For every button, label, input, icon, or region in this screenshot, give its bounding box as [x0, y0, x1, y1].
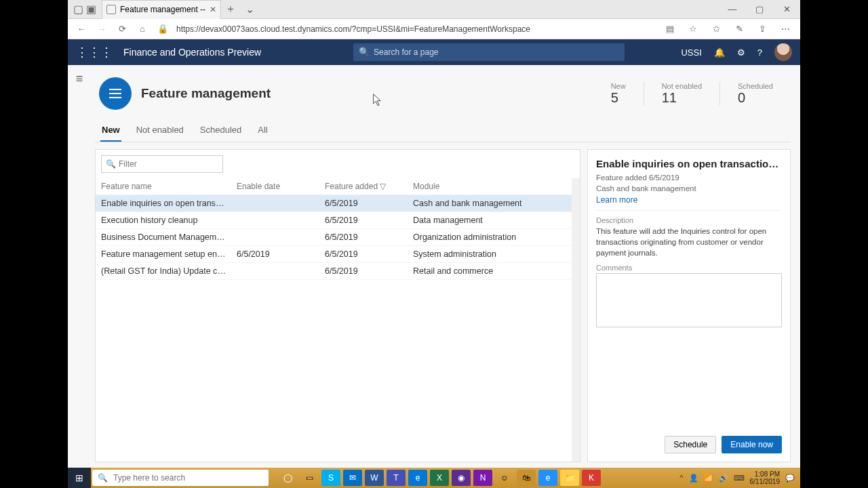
schedule-button[interactable]: Schedule [665, 436, 716, 453]
taskbar-search[interactable]: 🔍 Type here to search [92, 470, 269, 486]
stat-tile[interactable]: Not enabled11 [644, 82, 719, 106]
col-enable-date[interactable]: Enable date [231, 178, 319, 195]
enable-now-button[interactable]: Enable now [722, 436, 782, 453]
tray-ime-icon[interactable]: ⌨ [734, 474, 745, 483]
learn-more-link[interactable]: Learn more [596, 195, 782, 205]
tab-scheduled[interactable]: Scheduled [199, 119, 243, 142]
more-icon[interactable]: ⋯ [777, 24, 793, 34]
share-icon[interactable]: ⇪ [754, 24, 770, 34]
taskbar-emoji[interactable]: ☺ [495, 470, 514, 486]
bell-icon[interactable]: 🔔 [714, 47, 725, 58]
favorite-icon[interactable]: ☆ [685, 24, 701, 34]
cell-feature-name: (Retail GST for India) Update cre... [96, 263, 231, 279]
taskbar-onenote[interactable]: N [473, 470, 492, 486]
tray-chevron-icon[interactable]: ^ [679, 474, 683, 482]
tab-dropdown-icon[interactable]: ⌄ [240, 3, 259, 16]
favorites-list-icon[interactable]: ✩ [708, 24, 724, 34]
table-row[interactable]: (Retail GST for India) Update cre...6/5/… [96, 263, 580, 280]
col-feature-name[interactable]: Feature name [96, 178, 231, 195]
search-input[interactable] [353, 43, 625, 61]
taskbar-clock[interactable]: 1:08 PM 6/11/2019 [750, 470, 781, 485]
address-bar: ← → ⟳ ⌂ 🔒 https://devax00073aos.cloud.te… [68, 19, 800, 39]
maximize-button[interactable]: ▢ [746, 0, 773, 19]
taskbar-app[interactable]: K [582, 470, 601, 486]
tab-all[interactable]: All [256, 119, 269, 142]
cell-enable-date [231, 229, 319, 245]
cell-feature-added: 6/5/2019 [319, 263, 408, 279]
tab-group-icons[interactable]: ▢ ▣ [68, 3, 102, 16]
start-button[interactable]: ⊞ [68, 468, 91, 488]
table-row[interactable]: Execution history cleanup6/5/2019Data ma… [96, 212, 580, 229]
taskbar-photos[interactable]: ◉ [452, 470, 471, 486]
cell-module: Data management [408, 212, 580, 228]
cell-module: Organization administration [408, 229, 580, 245]
taskbar-excel[interactable]: X [430, 470, 449, 486]
table-row[interactable]: Enable inquiries on open transa...6/5/20… [96, 195, 580, 212]
waffle-icon[interactable]: ⋮⋮⋮ [76, 45, 113, 60]
col-module[interactable]: Module [408, 178, 580, 195]
search-icon: 🔍 [359, 47, 370, 57]
tab-not-enabled[interactable]: Not enabled [135, 119, 185, 142]
description-label: Description [596, 216, 782, 224]
tray-people-icon[interactable]: 👤 [689, 474, 698, 483]
cell-feature-added: 6/5/2019 [319, 229, 408, 245]
cell-module: System administration [408, 246, 580, 262]
cell-feature-name: Feature management setup enh... 🔒 [96, 246, 231, 262]
browser-tab[interactable]: Feature management -- ✕ [102, 0, 221, 19]
filter-icon: 🔍 [106, 159, 116, 169]
avatar[interactable] [774, 43, 792, 61]
grid-scrollbar[interactable] [572, 178, 580, 462]
close-window-button[interactable]: ✕ [773, 0, 800, 19]
taskbar-teams[interactable]: T [387, 470, 406, 486]
cell-module: Cash and bank management [408, 195, 580, 211]
taskbar-outlook[interactable]: ✉ [343, 470, 362, 486]
tray-volume-icon[interactable]: 🔊 [719, 474, 728, 483]
help-icon[interactable]: ? [757, 47, 762, 58]
cell-feature-added: 6/5/2019 [319, 212, 408, 228]
stat-value: 0 [738, 90, 773, 106]
cell-feature-name: Execution history cleanup [96, 212, 231, 228]
table-row[interactable]: Business Document Management6/5/2019Orga… [96, 229, 580, 246]
company-link[interactable]: USSI [681, 47, 701, 58]
description-text: This feature will add the Inquiries cont… [596, 226, 782, 258]
taskbar-word[interactable]: W [365, 470, 384, 486]
taskbar-skype[interactable]: S [321, 470, 340, 486]
feature-detail-panel: Enable inquiries on open transactions ..… [587, 149, 791, 462]
reader-icon[interactable]: ▤ [662, 24, 678, 34]
taskbar-ie[interactable]: e [538, 470, 557, 486]
gear-icon[interactable]: ⚙ [737, 47, 745, 58]
filter-input[interactable] [119, 159, 218, 169]
page-icon [99, 77, 132, 110]
hamburger-icon[interactable]: ≡ [68, 65, 91, 468]
home-button[interactable]: ⌂ [136, 24, 149, 34]
forward-button[interactable]: → [95, 24, 108, 34]
minimize-button[interactable]: — [719, 0, 746, 19]
tray-network-icon[interactable]: 📶 [704, 474, 713, 483]
comments-textarea[interactable] [596, 273, 782, 327]
back-button[interactable]: ← [75, 24, 88, 34]
tab-title: Feature management -- [120, 5, 205, 14]
stat-tile[interactable]: New5 [593, 82, 644, 106]
tab-new[interactable]: New [100, 119, 121, 142]
refresh-button[interactable]: ⟳ [115, 24, 129, 34]
favicon-icon [106, 5, 116, 14]
windows-taskbar: ⊞ 🔍 Type here to search ◯ ▭ S ✉ W T e X … [68, 468, 800, 488]
comments-label: Comments [596, 264, 782, 272]
close-tab-icon[interactable]: ✕ [210, 5, 216, 14]
taskbar-explorer[interactable]: 📁 [560, 470, 579, 486]
lock-icon: 🔒 [156, 24, 170, 34]
col-feature-added[interactable]: Feature added ▽ [319, 178, 408, 195]
url-text[interactable]: https://devax00073aos.cloud.test.dynamic… [176, 24, 530, 34]
table-row[interactable]: Feature management setup enh... 🔒6/5/201… [96, 246, 580, 263]
grid-header: Feature name Enable date Feature added ▽… [96, 178, 580, 195]
taskview-icon[interactable]: ▭ [300, 470, 319, 486]
taskbar-edge[interactable]: e [408, 470, 427, 486]
tray-notifications-icon[interactable]: 💬 [785, 474, 795, 483]
cell-enable-date [231, 263, 319, 279]
taskbar-store[interactable]: 🛍 [517, 470, 536, 486]
stat-value: 11 [662, 90, 702, 106]
notes-icon[interactable]: ✎ [731, 24, 747, 34]
new-tab-button[interactable]: ＋ [221, 2, 240, 16]
stat-tile[interactable]: Scheduled0 [719, 82, 791, 106]
cortana-icon[interactable]: ◯ [278, 470, 297, 486]
